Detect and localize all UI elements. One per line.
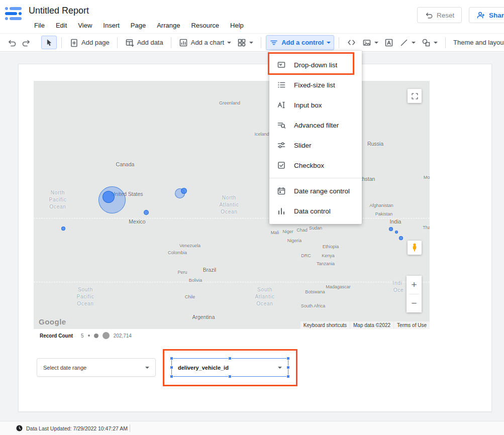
add-image-button[interactable]: [359, 36, 381, 50]
share-button[interactable]: Shar: [469, 7, 504, 23]
add-shape-button[interactable]: [419, 36, 441, 50]
selection-handle[interactable]: [286, 375, 290, 378]
delivery-vehicle-id-label: delivery_vehicle_id: [178, 365, 229, 371]
add-control-button[interactable]: Add a control: [266, 35, 334, 50]
selection-handle[interactable]: [286, 366, 290, 369]
zoom-in-button[interactable]: +: [407, 276, 422, 294]
menu-item-data-control[interactable]: Data control: [269, 201, 362, 221]
google-maps-logo: Google: [39, 317, 66, 326]
redo-button[interactable]: [19, 36, 34, 50]
menu-resource[interactable]: Resource: [185, 20, 225, 31]
map-geo-label: DRC: [301, 253, 311, 258]
selection-handle[interactable]: [228, 375, 232, 378]
logo-bar: [10, 17, 22, 20]
map-geo-label: North Pacific Ocean: [49, 189, 66, 210]
menu-item-checkbox[interactable]: Checkbox: [269, 155, 362, 175]
map-geo-label: South Pacific Ocean: [76, 286, 94, 307]
map-bubble: [395, 231, 398, 234]
select-tool-button[interactable]: [41, 36, 57, 49]
zoom-out-button[interactable]: −: [407, 294, 422, 312]
menu-item-slider[interactable]: Slider: [269, 135, 362, 155]
map-geo-label: Mexico: [129, 219, 145, 225]
cursor-icon: [45, 38, 53, 47]
menu-item-drop-down-list[interactable]: Drop-down list: [269, 55, 362, 75]
menu-arrange[interactable]: Arrange: [151, 20, 185, 31]
pegman-icon: [411, 243, 418, 252]
map-geo-label: Peru: [177, 270, 187, 275]
menu-view[interactable]: View: [72, 20, 97, 31]
add-page-button[interactable]: Add page: [66, 36, 113, 50]
menu-help[interactable]: Help: [225, 20, 249, 31]
map-gridline: [34, 218, 430, 219]
menu-item-fixed-size-list[interactable]: Fixed-size list: [269, 75, 362, 95]
map-geo-label: Sudan: [309, 226, 322, 231]
undo-button[interactable]: [4, 36, 19, 50]
map-legend: Record Count 5 202,714: [40, 332, 132, 339]
last-updated-icon: [16, 425, 23, 431]
add-chart-button[interactable]: Add a chart: [176, 36, 235, 50]
menu-page[interactable]: Page: [125, 20, 151, 31]
map-fullscreen-button[interactable]: [408, 89, 422, 103]
add-data-button[interactable]: Add data: [122, 36, 166, 50]
map-geo-label: Pakistan: [375, 211, 393, 216]
map-bubble: [181, 188, 187, 194]
map-geo-label: Indi: [392, 280, 402, 287]
chevron-down-icon: [227, 42, 231, 44]
selection-handle[interactable]: [286, 357, 290, 360]
add-data-icon: [125, 38, 134, 47]
reset-button[interactable]: Reset: [417, 7, 462, 23]
statusbar-divider: [130, 424, 130, 432]
delivery-vehicle-id-control[interactable]: delivery_vehicle_id: [171, 358, 288, 377]
selection-handle[interactable]: [170, 357, 173, 360]
menu-item-date-range-control[interactable]: Date range control: [269, 181, 362, 201]
menu-file[interactable]: File: [29, 20, 50, 31]
add-chart-label: Add a chart: [191, 39, 225, 46]
image-icon: [362, 38, 371, 47]
share-label: Shar: [489, 12, 504, 19]
chevron-down-icon: [434, 42, 438, 44]
date-range-control-icon: [277, 186, 286, 195]
chevron-down-icon: [278, 367, 282, 369]
add-line-button[interactable]: [396, 36, 419, 50]
map-geo-label: North Atlantic Ocean: [219, 194, 239, 215]
map-geo-label: Russia: [367, 141, 383, 147]
reset-undo-icon: [425, 11, 433, 19]
map-geo-label: Colombia: [168, 250, 187, 255]
logo-bar: [5, 12, 17, 15]
map-bubble: [103, 191, 115, 203]
report-canvas: + − Google Keyboard shortcuts Map data ©…: [0, 52, 504, 421]
terms-of-use-link[interactable]: Terms of Use: [394, 321, 430, 329]
menu-edit[interactable]: Edit: [50, 20, 72, 31]
data-studio-logo-icon[interactable]: [5, 7, 23, 22]
map-gridline: [34, 282, 430, 282]
person-add-icon: [476, 11, 485, 20]
menu-item-advanced-filter[interactable]: Advanced filter: [269, 115, 362, 135]
map-canvas[interactable]: + − Google Keyboard shortcuts Map data ©…: [34, 81, 430, 329]
logo-dot: [19, 12, 22, 15]
toolbar: Add page Add data Add a chart: [0, 33, 504, 52]
theme-and-layout-button[interactable]: Theme and layout: [450, 36, 504, 49]
community-visualizations-button[interactable]: [234, 36, 256, 50]
menubar: File Edit View Insert Page Arrange Resou…: [29, 20, 249, 31]
slider-icon: [277, 141, 286, 150]
menu-insert[interactable]: Insert: [97, 20, 125, 31]
add-data-label: Add data: [137, 39, 163, 46]
selection-handle[interactable]: [170, 366, 173, 369]
map-geo-label: Kenya: [322, 253, 335, 258]
menu-item-input-box[interactable]: Input box: [269, 95, 362, 115]
selection-handle[interactable]: [228, 357, 232, 360]
community-visualizations-icon: [237, 38, 246, 47]
add-text-button[interactable]: [381, 36, 396, 50]
pegman-button[interactable]: [408, 241, 422, 255]
advanced-filter-icon: [277, 121, 286, 130]
map-geo-label: Chad: [296, 228, 308, 233]
report-title[interactable]: Untitled Report: [29, 6, 89, 16]
embed-button[interactable]: [344, 35, 359, 50]
report-page[interactable]: + − Google Keyboard shortcuts Map data ©…: [18, 64, 492, 412]
toolbar-divider: [61, 37, 62, 48]
selection-handle[interactable]: [170, 375, 173, 378]
keyboard-shortcuts-link[interactable]: Keyboard shortcuts: [300, 321, 350, 329]
map-geo-label: Nigeria: [287, 238, 302, 243]
map-geo-label: Tanzania: [317, 261, 335, 266]
date-range-control[interactable]: Select date range: [37, 358, 156, 377]
